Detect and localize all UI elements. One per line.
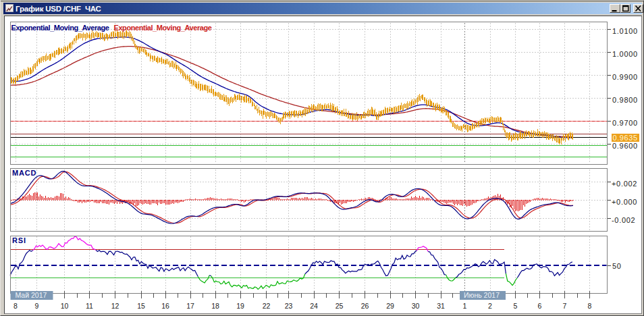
svg-text:0.9700: 0.9700: [612, 119, 638, 127]
svg-text:+0.002: +0.002: [612, 180, 637, 188]
svg-text:+0.000: +0.000: [612, 198, 637, 206]
svg-text:12: 12: [111, 302, 119, 310]
svg-text:23: 23: [285, 302, 293, 310]
svg-text:0.9900: 0.9900: [612, 73, 638, 81]
svg-text:0.9800: 0.9800: [612, 96, 638, 104]
svg-text:7: 7: [563, 302, 567, 310]
svg-text:18: 18: [211, 302, 219, 310]
svg-text:MACD: MACD: [12, 169, 36, 177]
svg-text:9: 9: [35, 302, 39, 310]
svg-text:10: 10: [61, 302, 69, 310]
svg-text:29: 29: [386, 302, 394, 310]
svg-text:50: 50: [612, 262, 622, 270]
svg-text:24: 24: [310, 302, 318, 310]
svg-text:Exponential_Moving_Average: Exponential_Moving_Average: [11, 24, 109, 32]
svg-text:Май 2017: Май 2017: [16, 291, 47, 299]
svg-text:1.0000: 1.0000: [612, 50, 638, 58]
svg-text:31: 31: [437, 302, 445, 310]
svg-text:17: 17: [186, 302, 194, 310]
svg-text:15: 15: [137, 302, 145, 310]
svg-text:Июнь 2017: Июнь 2017: [464, 291, 500, 299]
svg-text:16: 16: [161, 302, 169, 310]
svg-text:8: 8: [588, 302, 592, 310]
svg-text:0.9600: 0.9600: [612, 142, 638, 150]
svg-text:6: 6: [538, 302, 542, 310]
svg-text:0.9635: 0.9635: [613, 134, 638, 142]
svg-text:22: 22: [263, 302, 271, 310]
svg-text:11: 11: [86, 302, 93, 310]
svg-text:1: 1: [463, 302, 467, 310]
svg-text:30: 30: [412, 302, 420, 310]
svg-text:1.0100: 1.0100: [612, 27, 638, 35]
svg-text:RSI: RSI: [12, 236, 26, 244]
svg-text:25: 25: [336, 302, 344, 310]
svg-text:Exponential_Moving_Average: Exponential_Moving_Average: [114, 24, 212, 32]
svg-text:-0.002: -0.002: [612, 216, 635, 224]
svg-text:26: 26: [361, 302, 369, 310]
svg-text:5: 5: [514, 302, 518, 310]
svg-text:8: 8: [14, 302, 18, 310]
svg-text:2: 2: [488, 302, 492, 310]
svg-text:19: 19: [236, 302, 244, 310]
